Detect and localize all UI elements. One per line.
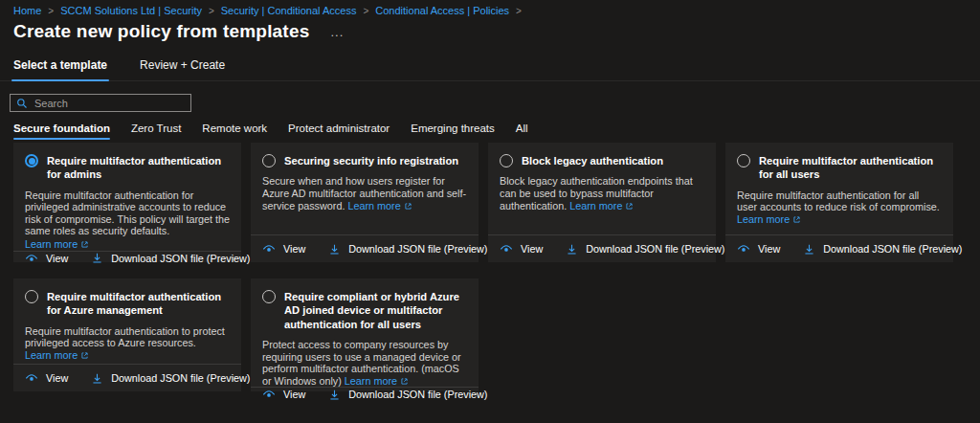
card-description-text: Require multifactor authentication to pr… bbox=[25, 325, 225, 349]
cards-row-2: Require multifactor authentication for A… bbox=[13, 278, 980, 391]
eye-icon bbox=[25, 252, 38, 265]
view-button[interactable]: View bbox=[25, 371, 68, 385]
card-footer: View Download JSON file (Preview) bbox=[251, 387, 479, 401]
breadcrumb-link-conditional-access[interactable]: Security | Conditional Access bbox=[221, 5, 357, 16]
card-head: Securing security info registration bbox=[251, 143, 479, 167]
card-head: Require multifactor authentication for a… bbox=[13, 143, 241, 182]
download-icon bbox=[91, 252, 103, 264]
filter-emerging-threats[interactable]: Emerging threats bbox=[411, 122, 495, 140]
view-button[interactable]: View bbox=[500, 242, 543, 256]
card-description: Secure when and how users register for A… bbox=[251, 167, 479, 212]
breadcrumb-link-home[interactable]: Home bbox=[13, 5, 41, 16]
download-icon bbox=[803, 243, 815, 256]
external-link-icon bbox=[400, 377, 409, 386]
filter-remote-work[interactable]: Remote work bbox=[202, 122, 267, 140]
learn-more-link[interactable]: Learn more bbox=[25, 349, 89, 361]
learn-more-link[interactable]: Learn more bbox=[737, 213, 801, 225]
eye-icon bbox=[25, 371, 38, 385]
learn-more-link[interactable]: Learn more bbox=[569, 200, 634, 212]
download-icon bbox=[328, 243, 341, 256]
search-box[interactable] bbox=[10, 94, 191, 112]
search-input[interactable] bbox=[34, 98, 185, 109]
chevron-right-icon: > bbox=[363, 6, 368, 16]
card-title: Securing security info registration bbox=[284, 154, 458, 167]
tab-select-a-template[interactable]: Select a template bbox=[13, 58, 107, 80]
card-description: Protect access to company resources by r… bbox=[251, 331, 479, 387]
template-card-require-mfa-all-users[interactable]: Require multifactor authentication for a… bbox=[725, 143, 953, 262]
filter-protect-administrator[interactable]: Protect administrator bbox=[288, 122, 390, 140]
chevron-right-icon: > bbox=[48, 6, 54, 16]
card-footer: View Download JSON file (Preview) bbox=[13, 364, 241, 391]
radio-button[interactable] bbox=[737, 154, 750, 167]
view-button[interactable]: View bbox=[262, 242, 305, 256]
card-description-text: Require multifactor authentication for a… bbox=[737, 189, 940, 213]
eye-icon bbox=[262, 388, 276, 401]
wizard-tabs: Select a template Review + Create bbox=[0, 58, 980, 81]
download-json-button[interactable]: Download JSON file (Preview) bbox=[566, 243, 724, 256]
download-json-button[interactable]: Download JSON file (Preview) bbox=[91, 252, 250, 264]
card-description-text: Require multifactor authentication for p… bbox=[25, 189, 230, 237]
card-footer: View Download JSON file (Preview) bbox=[725, 234, 953, 262]
external-link-icon bbox=[404, 202, 412, 211]
download-json-button[interactable]: Download JSON file (Preview) bbox=[91, 372, 250, 385]
radio-button[interactable] bbox=[262, 154, 276, 167]
view-button[interactable]: View bbox=[262, 388, 305, 401]
download-json-button[interactable]: Download JSON file (Preview) bbox=[328, 243, 487, 256]
tab-review-create[interactable]: Review + Create bbox=[140, 58, 225, 80]
learn-more-link[interactable]: Learn more bbox=[347, 200, 412, 212]
card-head: Require multifactor authentication for A… bbox=[13, 278, 241, 318]
template-card-require-mfa-azure-management[interactable]: Require multifactor authentication for A… bbox=[13, 278, 241, 391]
external-link-icon bbox=[80, 351, 89, 360]
search-row bbox=[10, 94, 980, 112]
card-footer: View Download JSON file (Preview) bbox=[251, 234, 479, 262]
breadcrumb-link-security[interactable]: SCCM Solutions Ltd | Security bbox=[60, 5, 202, 16]
download-icon bbox=[566, 243, 578, 256]
breadcrumb-link-policies[interactable]: Conditional Access | Policies bbox=[375, 5, 509, 16]
card-footer: View Download JSON file (Preview) bbox=[13, 251, 241, 265]
template-card-securing-security-info[interactable]: Securing security info registration Secu… bbox=[251, 143, 479, 262]
card-description: Require multifactor authentication for p… bbox=[13, 182, 241, 251]
page-title: Create new policy from templates bbox=[13, 21, 309, 42]
cards-row-1: Require multifactor authentication for a… bbox=[13, 143, 980, 262]
radio-button[interactable] bbox=[25, 154, 38, 167]
download-json-button[interactable]: Download JSON file (Preview) bbox=[803, 243, 962, 256]
radio-button[interactable] bbox=[500, 154, 513, 167]
template-card-block-legacy-auth[interactable]: Block legacy authentication Block legacy… bbox=[488, 143, 716, 262]
card-title: Require multifactor authentication for A… bbox=[47, 290, 230, 318]
external-link-icon bbox=[792, 215, 801, 224]
download-icon bbox=[91, 372, 103, 385]
download-icon bbox=[328, 389, 341, 401]
radio-button[interactable] bbox=[25, 290, 38, 303]
template-card-require-compliant-device[interactable]: Require compliant or hybrid Azure AD joi… bbox=[251, 278, 479, 391]
filter-secure-foundation[interactable]: Secure foundation bbox=[13, 122, 110, 140]
card-title: Block legacy authentication bbox=[522, 154, 663, 167]
chevron-right-icon: > bbox=[516, 6, 522, 16]
card-title: Require multifactor authentication for a… bbox=[759, 154, 942, 182]
eye-icon bbox=[737, 242, 750, 256]
learn-more-link[interactable]: Learn more bbox=[345, 375, 409, 387]
card-description: Require multifactor authentication for a… bbox=[725, 182, 953, 226]
radio-button[interactable] bbox=[262, 290, 276, 303]
external-link-icon bbox=[625, 202, 634, 211]
card-head: Require compliant or hybrid Azure AD joi… bbox=[251, 278, 479, 331]
card-title: Require multifactor authentication for a… bbox=[47, 154, 230, 182]
external-link-icon bbox=[80, 240, 89, 249]
eye-icon bbox=[262, 242, 276, 256]
page-header: Create new policy from templates ... bbox=[0, 21, 980, 42]
template-card-require-mfa-admins[interactable]: Require multifactor authentication for a… bbox=[13, 143, 241, 262]
card-head: Block legacy authentication bbox=[488, 143, 716, 167]
template-cards: Require multifactor authentication for a… bbox=[0, 143, 980, 391]
card-footer: View Download JSON file (Preview) bbox=[488, 234, 716, 262]
chevron-right-icon: > bbox=[209, 6, 214, 16]
view-button[interactable]: View bbox=[737, 242, 780, 256]
filter-all[interactable]: All bbox=[516, 122, 528, 140]
eye-icon bbox=[500, 242, 513, 256]
card-description: Block legacy authentication endpoints th… bbox=[488, 167, 716, 212]
learn-more-link[interactable]: Learn more bbox=[25, 238, 89, 251]
breadcrumb: Home > SCCM Solutions Ltd | Security > S… bbox=[0, 0, 980, 16]
view-button[interactable]: View bbox=[25, 252, 68, 265]
filter-zero-trust[interactable]: Zero Trust bbox=[131, 122, 181, 140]
download-json-button[interactable]: Download JSON file (Preview) bbox=[328, 389, 487, 401]
more-options-icon[interactable]: ... bbox=[330, 25, 344, 39]
card-description: Require multifactor authentication to pr… bbox=[13, 318, 241, 362]
